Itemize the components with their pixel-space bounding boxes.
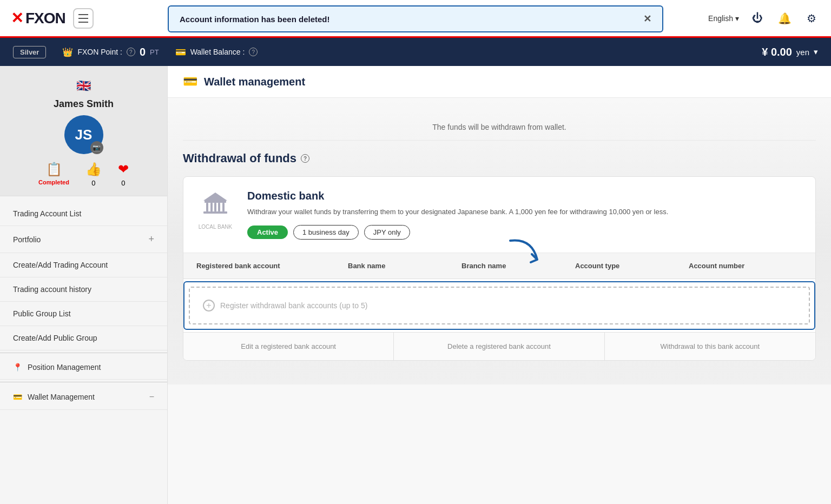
wallet-header-icon: 💳 xyxy=(183,75,197,89)
sidebar-item-trading-account-list[interactable]: Trading Account List xyxy=(0,202,167,226)
wallet-management-label: Wallet Management xyxy=(28,393,95,401)
create-trading-account-label: Create/Add Trading Account xyxy=(13,261,108,269)
fxon-point-label: FXON Point : xyxy=(77,48,122,56)
public-group-list-label: Public Group List xyxy=(13,309,71,318)
register-area: + Register withdrawal bank accounts (up … xyxy=(183,281,815,330)
fxon-points-item: 👑 FXON Point : ? 0 PT xyxy=(62,46,159,58)
bank-icon-label: LOCAL BANK xyxy=(199,224,232,230)
user-section: 🇬🇧 James Smith JS 📷 📋 Completed 👍 0 ❤ xyxy=(0,66,167,196)
withdraw-to-bank-button[interactable]: Withdrawal to this bank account xyxy=(605,333,815,360)
minus-icon: − xyxy=(149,392,154,402)
register-placeholder[interactable]: + Register withdrawal bank accounts (up … xyxy=(189,287,810,324)
wave-background: The funds will be withdrawn from wallet.… xyxy=(168,98,831,384)
notifications-button[interactable]: 🔔 xyxy=(776,10,793,27)
withdrawal-title: Withdrawal of funds xyxy=(183,151,296,165)
tier-badge: Silver xyxy=(13,46,46,58)
sidebar-item-create-public-group[interactable]: Create/Add Public Group xyxy=(0,326,167,350)
notification-message: Account information has been deleted! xyxy=(180,15,330,24)
bank-name: Domestic bank xyxy=(247,190,802,202)
crown-icon: 👑 xyxy=(62,47,73,57)
svg-rect-3 xyxy=(214,203,216,211)
avatar-camera-button[interactable]: 📷 xyxy=(90,141,103,154)
wallet-icon: 💳 xyxy=(175,47,186,57)
completed-label: Completed xyxy=(38,179,69,185)
col-branch-name: Branch name xyxy=(461,260,506,272)
likes-stat: 👍 0 xyxy=(85,162,102,187)
edit-bank-account-button[interactable]: Edit a registered bank account xyxy=(183,333,394,360)
bank-icon-container: LOCAL BANK xyxy=(196,190,234,230)
col-account-number: Account number xyxy=(689,260,802,272)
withdrawal-help-icon[interactable]: ? xyxy=(301,154,309,163)
bank-card-header: LOCAL BANK Domestic bank Withdraw your w… xyxy=(183,177,815,253)
sidebar-item-portfolio[interactable]: Portfolio + xyxy=(0,226,167,253)
user-name: James Smith xyxy=(54,98,114,110)
svg-rect-0 xyxy=(205,201,226,203)
main-content: 💳 Wallet management The funds will be wi… xyxy=(168,66,831,504)
avatar-initials: JS xyxy=(75,127,93,143)
bank-building-icon xyxy=(202,190,229,222)
hamburger-button[interactable] xyxy=(73,8,94,29)
language-selector[interactable]: English ▾ xyxy=(708,14,739,23)
hamburger-line xyxy=(78,14,88,15)
hearts-value: 0 xyxy=(121,179,125,187)
col-account-type: Account type xyxy=(575,260,689,272)
chevron-down-icon: ▾ xyxy=(735,14,739,23)
col-registered-bank: Registered bank account xyxy=(196,260,348,272)
svg-rect-5 xyxy=(222,203,225,211)
plus-circle-icon: + xyxy=(203,300,215,311)
completed-stat: 📋 Completed xyxy=(38,162,69,187)
trading-account-list-label: Trading Account List xyxy=(13,209,81,218)
hamburger-line xyxy=(78,22,88,23)
bank-description: Withdraw your wallet funds by transferri… xyxy=(247,207,802,217)
col-bank-name: Bank name xyxy=(348,260,461,272)
position-icon: 📍 xyxy=(13,363,22,372)
sidebar-item-public-group-list[interactable]: Public Group List xyxy=(0,302,167,326)
page-header: 💳 Wallet management xyxy=(168,66,831,98)
thumbs-up-icon: 👍 xyxy=(85,162,102,177)
nav-right: English ▾ ⏻ 🔔 ⚙ xyxy=(708,10,820,27)
svg-marker-7 xyxy=(203,193,227,201)
svg-rect-2 xyxy=(210,203,213,211)
svg-rect-6 xyxy=(203,211,227,214)
notification-close-button[interactable]: ✕ xyxy=(643,13,651,25)
portfolio-label: Portfolio xyxy=(13,235,41,244)
hearts-stat: ❤ 0 xyxy=(118,162,129,187)
logo[interactable]: ✕ FXON xyxy=(11,9,65,27)
logo-x-icon: ✕ xyxy=(11,9,23,27)
user-stats: 📋 Completed 👍 0 ❤ 0 xyxy=(38,162,129,187)
days-badge: 1 business day xyxy=(293,225,359,240)
main-layout: 🇬🇧 James Smith JS 📷 📋 Completed 👍 0 ❤ xyxy=(0,66,831,504)
settings-button[interactable]: ⚙ xyxy=(803,10,820,27)
language-label: English xyxy=(708,14,733,23)
top-nav: ✕ FXON Account information has been dele… xyxy=(0,0,831,38)
fxon-help-icon[interactable]: ? xyxy=(127,48,135,56)
delete-bank-account-button[interactable]: Delete a registered bank account xyxy=(394,333,604,360)
blue-arrow-icon xyxy=(505,233,548,276)
sidebar: 🇬🇧 James Smith JS 📷 📋 Completed 👍 0 ❤ xyxy=(0,66,168,504)
currency-badge: JPY only xyxy=(364,225,410,240)
notification-banner: Account information has been deleted! ✕ xyxy=(168,5,663,32)
sidebar-item-wallet-management[interactable]: 💳 Wallet Management − xyxy=(0,384,167,410)
likes-value: 0 xyxy=(91,179,95,187)
wallet-chevron-icon[interactable]: ▾ xyxy=(814,47,818,57)
position-management-label: Position Management xyxy=(28,363,101,372)
heart-icon: ❤ xyxy=(118,162,129,177)
wallet-balance-label: Wallet Balance : xyxy=(190,48,245,56)
sidebar-item-create-trading-account[interactable]: Create/Add Trading Account xyxy=(0,253,167,277)
completed-icon: 📋 xyxy=(46,162,62,177)
wallet-sidebar-icon: 💳 xyxy=(13,393,22,401)
logo-area: ✕ FXON xyxy=(11,8,94,29)
register-placeholder-text: Register withdrawal bank accounts (up to… xyxy=(220,301,367,310)
action-buttons: Edit a registered bank account Delete a … xyxy=(183,332,815,360)
logo-text: FXON xyxy=(25,10,65,27)
create-public-group-label: Create/Add Public Group xyxy=(13,334,97,342)
sidebar-item-trading-account-history[interactable]: Trading account history xyxy=(0,277,167,302)
wallet-help-icon[interactable]: ? xyxy=(249,48,258,56)
sidebar-item-position-management[interactable]: 📍 Position Management xyxy=(0,355,167,380)
points-bar: Silver 👑 FXON Point : ? 0 PT 💳 Wallet Ba… xyxy=(0,38,831,66)
bank-card: LOCAL BANK Domestic bank Withdraw your w… xyxy=(183,176,816,361)
col-branch-name-container: Branch name xyxy=(461,260,575,272)
fxon-points-value: 0 xyxy=(140,46,146,58)
power-button[interactable]: ⏻ xyxy=(749,10,766,27)
wallet-amount-display: ¥ 0.00 yen ▾ xyxy=(762,46,818,58)
